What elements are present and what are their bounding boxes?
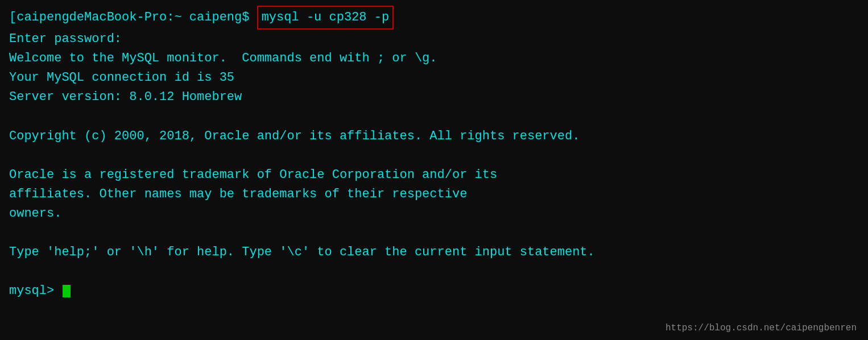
output-line-2: Enter password: <box>9 30 859 49</box>
blank-line-4 <box>9 262 859 281</box>
watermark: https://blog.csdn.net/caipengbenren <box>666 323 857 333</box>
output-help: Type 'help;' or '\h' for help. Type '\c'… <box>9 243 859 262</box>
output-oracle-3: owners. <box>9 204 859 223</box>
prompt-1: [caipengdeMacBook-Pro:~ caipeng$ <box>9 8 257 27</box>
terminal-window[interactable]: [caipengdeMacBook-Pro:~ caipeng$ mysql -… <box>0 0 868 340</box>
cursor-block <box>63 285 71 297</box>
output-line-3: Welcome to the MySQL monitor. Commands e… <box>9 49 859 68</box>
blank-line-2 <box>9 146 859 165</box>
mysql-command: mysql -u cp328 -p <box>257 6 394 30</box>
command-line-1: [caipengdeMacBook-Pro:~ caipeng$ mysql -… <box>9 6 859 30</box>
output-line-5: Server version: 8.0.12 Homebrew <box>9 88 859 107</box>
output-copyright: Copyright (c) 2000, 2018, Oracle and/or … <box>9 127 859 146</box>
blank-line-3 <box>9 223 859 243</box>
mysql-prompt-line: mysql> <box>9 281 859 301</box>
output-line-4: Your MySQL connection id is 35 <box>9 68 859 88</box>
mysql-prompt: mysql> <box>9 281 61 301</box>
output-oracle-1: Oracle is a registered trademark of Orac… <box>9 165 859 185</box>
blank-line-1 <box>9 107 859 126</box>
output-oracle-2: affiliates. Other names may be trademark… <box>9 185 859 204</box>
